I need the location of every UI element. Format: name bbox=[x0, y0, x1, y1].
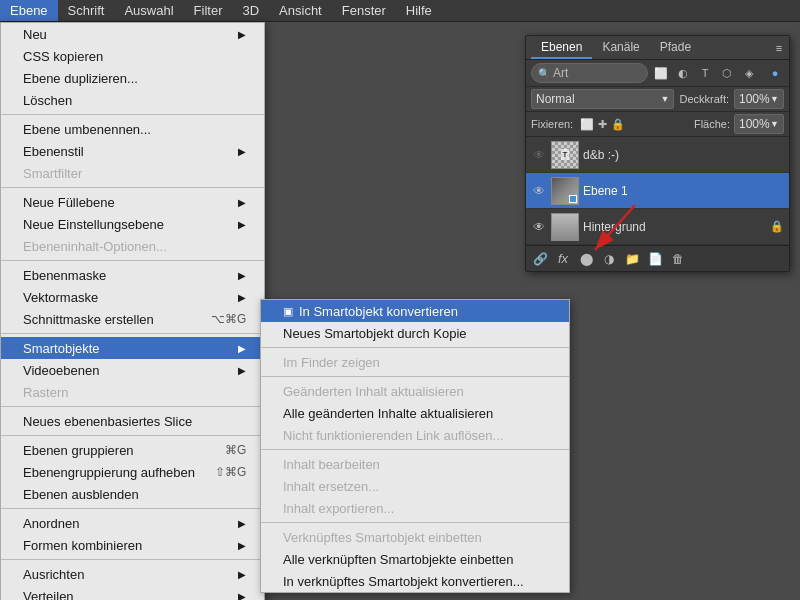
layer-search[interactable]: 🔍 Art bbox=[531, 63, 648, 83]
menu-item-formen[interactable]: Formen kombinieren ▶ bbox=[1, 534, 264, 556]
lock-fill-row: Fixieren: ⬜ ✚ 🔒 Fläche: 100% ▼ bbox=[526, 112, 789, 137]
submenu-item-fix-link[interactable]: Nicht funktionierenden Link auflösen... bbox=[261, 424, 569, 446]
submenu-item-copy[interactable]: Neues Smartobjekt durch Kopie bbox=[261, 322, 569, 344]
submenu-item-convert-linked[interactable]: In verknüpftes Smartobjekt konvertieren.… bbox=[261, 570, 569, 592]
menu-item-css[interactable]: CSS kopieren bbox=[1, 45, 264, 67]
blend-mode-select[interactable]: Normal ▼ bbox=[531, 89, 674, 109]
visibility-ebene1[interactable]: 👁 bbox=[531, 183, 547, 199]
menu-item-ungroup[interactable]: Ebenengruppierung aufheben ⇧⌘G bbox=[1, 461, 264, 483]
panel-bottom-bar: 🔗 fx ⬤ ◑ 📁 📄 🗑 bbox=[526, 245, 789, 271]
separator-7 bbox=[1, 508, 264, 509]
new-layer-icon[interactable]: 📄 bbox=[645, 249, 665, 269]
menu-item-fuellebene[interactable]: Neue Füllebene ▶ bbox=[1, 191, 264, 213]
fixieren-label: Fixieren: bbox=[531, 118, 573, 130]
layer-name-hintergrund: Hintergrund bbox=[583, 220, 766, 234]
lock-move-icon[interactable]: ✚ bbox=[598, 118, 607, 131]
separator-5 bbox=[1, 406, 264, 407]
filter-on-icon[interactable]: ● bbox=[766, 64, 784, 82]
menu-item-rastern[interactable]: Rastern bbox=[1, 381, 264, 403]
visibility-db[interactable]: 👁 bbox=[531, 147, 547, 163]
submenu-sep-2 bbox=[261, 376, 569, 377]
submenu-sep-3 bbox=[261, 449, 569, 450]
menu-item-rename[interactable]: Ebene umbenennen... bbox=[1, 118, 264, 140]
menu-item-schnittmaske[interactable]: Schnittmaske erstellen ⌥⌘G bbox=[1, 308, 264, 330]
menu-item-duplicate[interactable]: Ebene duplizieren... bbox=[1, 67, 264, 89]
menu-item-vektormaske[interactable]: Vektormaske ▶ bbox=[1, 286, 264, 308]
separator-4 bbox=[1, 333, 264, 334]
lock-all-icon[interactable]: 🔒 bbox=[611, 118, 625, 131]
panel-menu-icon[interactable]: ≡ bbox=[774, 43, 784, 53]
menu-item-verteilen[interactable]: Verteilen ▶ bbox=[1, 585, 264, 600]
menu-item-videoebenen[interactable]: Videoebenen ▶ bbox=[1, 359, 264, 381]
submenu-sep-1 bbox=[261, 347, 569, 348]
layer-row-hintergrund[interactable]: 👁 Hintergrund 🔒 bbox=[526, 209, 789, 245]
visibility-hintergrund[interactable]: 👁 bbox=[531, 219, 547, 235]
layer-name-db: d&b :-) bbox=[583, 148, 784, 162]
menu-3d[interactable]: 3D bbox=[232, 0, 269, 21]
mask-icon[interactable]: ⬤ bbox=[576, 249, 596, 269]
folder-icon[interactable]: 📁 bbox=[622, 249, 642, 269]
submenu-item-replace[interactable]: Inhalt ersetzen... bbox=[261, 475, 569, 497]
smartobjekte-submenu: ▣ In Smartobjekt konvertieren Neues Smar… bbox=[260, 299, 570, 593]
tab-ebenen[interactable]: Ebenen bbox=[531, 37, 592, 59]
menu-item-group[interactable]: Ebenen gruppieren ⌘G bbox=[1, 439, 264, 461]
delete-layer-icon[interactable]: 🗑 bbox=[668, 249, 688, 269]
menu-item-anordnen[interactable]: Anordnen ▶ bbox=[1, 512, 264, 534]
filter-shape-icon[interactable]: ⬡ bbox=[718, 64, 736, 82]
menu-hilfe[interactable]: Hilfe bbox=[396, 0, 442, 21]
adjustment-icon[interactable]: ◑ bbox=[599, 249, 619, 269]
menu-item-neu[interactable]: Neu ▶ bbox=[1, 23, 264, 45]
panel-tabs: Ebenen Kanäle Pfade ≡ bbox=[526, 36, 789, 60]
layers-panel: Ebenen Kanäle Pfade ≡ 🔍 Art ⬜ ◐ T ⬡ ◈ ● … bbox=[525, 35, 790, 272]
submenu-item-export[interactable]: Inhalt exportieren... bbox=[261, 497, 569, 519]
layer-row-ebene1[interactable]: 👁 Ebene 1 bbox=[526, 173, 789, 209]
submenu-item-convert[interactable]: ▣ In Smartobjekt konvertieren bbox=[261, 300, 569, 322]
layer-thumb-ebene1 bbox=[551, 177, 579, 205]
submenu-item-embed[interactable]: Verknüpftes Smartobjekt einbetten bbox=[261, 526, 569, 548]
menu-item-slice[interactable]: Neues ebenenbasiertes Slice bbox=[1, 410, 264, 432]
menu-item-ausrichten[interactable]: Ausrichten ▶ bbox=[1, 563, 264, 585]
submenu-item-embed-all[interactable]: Alle verknüpften Smartobjekte einbetten bbox=[261, 548, 569, 570]
menu-item-ebenenmaske[interactable]: Ebenenmaske ▶ bbox=[1, 264, 264, 286]
separator-1 bbox=[1, 114, 264, 115]
separator-3 bbox=[1, 260, 264, 261]
layer-name-ebene1: Ebene 1 bbox=[583, 184, 784, 198]
submenu-item-edit[interactable]: Inhalt bearbeiten bbox=[261, 453, 569, 475]
filter-adjust-icon[interactable]: ◐ bbox=[674, 64, 692, 82]
menu-auswahl[interactable]: Auswahl bbox=[114, 0, 183, 21]
filter-smart-icon[interactable]: ◈ bbox=[740, 64, 758, 82]
layers-list: 👁 T d&b :-) 👁 Ebene 1 👁 Hintergrund 🔒 bbox=[526, 137, 789, 245]
menu-item-smartfilter[interactable]: Smartfilter bbox=[1, 162, 264, 184]
menu-fenster[interactable]: Fenster bbox=[332, 0, 396, 21]
menu-item-einstellungsebene[interactable]: Neue Einstellungsebene ▶ bbox=[1, 213, 264, 235]
lock-pixel-icon[interactable]: ⬜ bbox=[580, 118, 594, 131]
menu-filter[interactable]: Filter bbox=[184, 0, 233, 21]
hintergrund-lock-icon: 🔒 bbox=[770, 220, 784, 233]
menu-ansicht[interactable]: Ansicht bbox=[269, 0, 332, 21]
tab-pfade[interactable]: Pfade bbox=[650, 37, 701, 59]
opacity-value[interactable]: 100% ▼ bbox=[734, 89, 784, 109]
menu-item-hide[interactable]: Ebenen ausblenden bbox=[1, 483, 264, 505]
search-icon: 🔍 bbox=[538, 68, 550, 79]
blend-opacity-row: Normal ▼ Deckkraft: 100% ▼ bbox=[526, 87, 789, 112]
fx-icon[interactable]: fx bbox=[553, 249, 573, 269]
menu-schrift[interactable]: Schrift bbox=[58, 0, 115, 21]
menu-item-smartobjekte[interactable]: Smartobjekte ▶ bbox=[1, 337, 264, 359]
submenu-item-update-one[interactable]: Geänderten Inhalt aktualisieren bbox=[261, 380, 569, 402]
menu-item-delete[interactable]: Löschen bbox=[1, 89, 264, 111]
menu-item-ebeneninhalt[interactable]: Ebeneninhalt-Optionen... bbox=[1, 235, 264, 257]
fill-value[interactable]: 100% ▼ bbox=[734, 114, 784, 134]
tab-kanaele[interactable]: Kanäle bbox=[592, 37, 649, 59]
layer-thumb-hintergrund bbox=[551, 213, 579, 241]
menu-ebene[interactable]: Ebene bbox=[0, 0, 58, 21]
link-icon[interactable]: 🔗 bbox=[530, 249, 550, 269]
menubar: Ebene Schrift Auswahl Filter 3D Ansicht … bbox=[0, 0, 800, 22]
submenu-item-finder[interactable]: Im Finder zeigen bbox=[261, 351, 569, 373]
filter-text-icon[interactable]: T bbox=[696, 64, 714, 82]
menu-item-ebenenstil[interactable]: Ebenenstil ▶ bbox=[1, 140, 264, 162]
deckkraft-label: Deckkraft: bbox=[679, 93, 729, 105]
submenu-item-update-all[interactable]: Alle geänderten Inhalte aktualisieren bbox=[261, 402, 569, 424]
layer-row-db[interactable]: 👁 T d&b :-) bbox=[526, 137, 789, 173]
filter-pixel-icon[interactable]: ⬜ bbox=[652, 64, 670, 82]
separator-2 bbox=[1, 187, 264, 188]
